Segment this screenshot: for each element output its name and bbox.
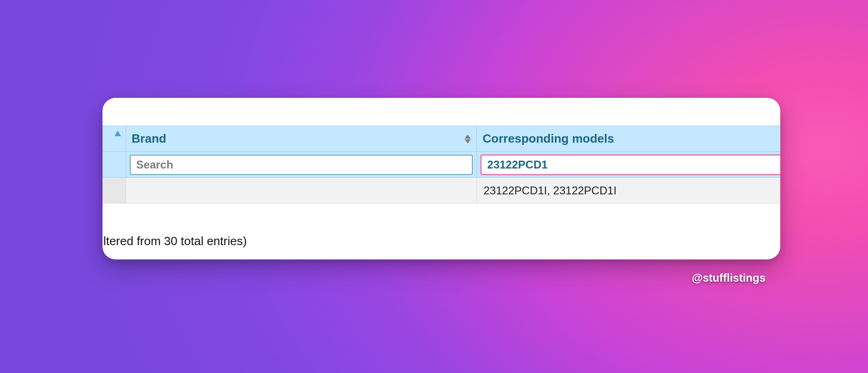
attribution-handle: @stufflistings xyxy=(692,271,766,284)
filter-brand-cell xyxy=(126,152,477,178)
models-search-input[interactable] xyxy=(481,155,780,175)
row-models-cell: 23122PCD1I, 23122PCD1I xyxy=(477,178,780,204)
card-inner: Brand Corresponding models xyxy=(102,126,780,259)
svg-marker-2 xyxy=(464,139,471,143)
data-table: Brand Corresponding models xyxy=(102,126,780,204)
sort-asc-icon xyxy=(115,131,121,136)
header-index[interactable] xyxy=(102,126,126,152)
filter-models-cell xyxy=(477,152,780,178)
sort-icon xyxy=(464,134,471,143)
header-brand-label: Brand xyxy=(132,132,166,145)
header-models-label: Corresponding models xyxy=(482,132,614,145)
brand-search-input[interactable] xyxy=(130,155,473,175)
header-models[interactable]: Corresponding models xyxy=(477,126,780,152)
table-filter-row xyxy=(102,152,780,178)
filter-index-cell xyxy=(102,152,126,178)
table-header-row: Brand Corresponding models xyxy=(102,126,780,152)
table-card: Brand Corresponding models xyxy=(102,98,780,259)
svg-marker-0 xyxy=(115,131,121,136)
header-brand[interactable]: Brand xyxy=(126,126,477,152)
row-brand-cell xyxy=(126,178,477,204)
svg-marker-1 xyxy=(464,134,471,138)
table-footer-info: s (filtered from 30 total entries) xyxy=(102,234,247,248)
row-index-cell xyxy=(102,178,126,204)
table-row: 23122PCD1I, 23122PCD1I xyxy=(102,178,780,204)
